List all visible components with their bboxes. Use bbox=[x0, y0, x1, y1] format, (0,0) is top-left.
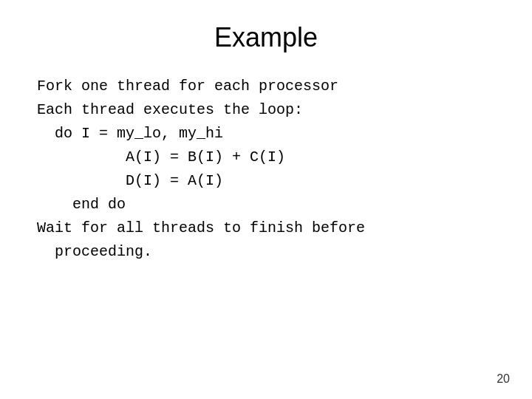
code-line-6: end do bbox=[37, 194, 495, 216]
code-line-2: Each thread executes the loop: bbox=[37, 99, 495, 121]
code-line-7: Wait for all threads to finish before bbox=[37, 217, 495, 239]
code-line-4: A(I) = B(I) + C(I) bbox=[37, 146, 495, 168]
page-number: 20 bbox=[497, 372, 510, 386]
code-line-8: proceeding. bbox=[37, 241, 495, 263]
code-line-1: Fork one thread for each processor bbox=[37, 75, 495, 98]
slide-title: Example bbox=[214, 22, 318, 53]
code-line-5: D(I) = A(I) bbox=[37, 170, 495, 192]
code-line-3: do I = my_lo, my_hi bbox=[37, 123, 495, 145]
slide-content: Fork one thread for each processor Each … bbox=[37, 75, 495, 263]
slide: Example Fork one thread for each process… bbox=[0, 0, 532, 399]
